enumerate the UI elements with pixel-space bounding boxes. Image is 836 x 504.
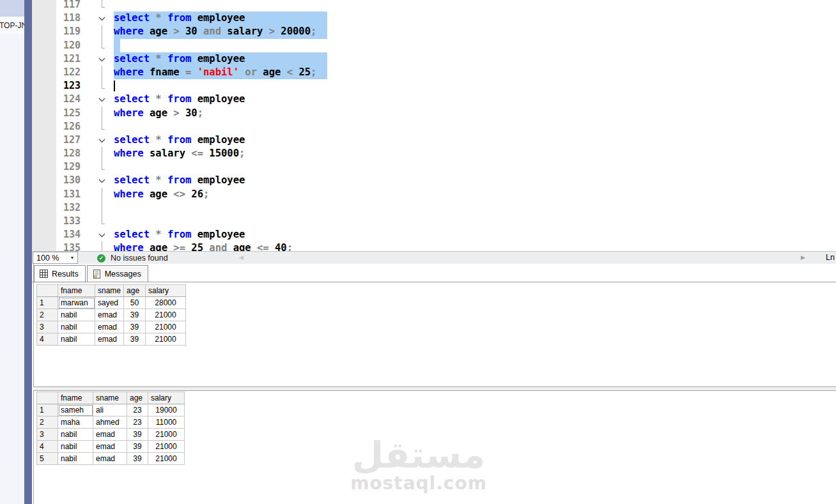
grid-cell[interactable]: 11000 xyxy=(148,416,185,429)
grid-row: 5nabilemad3921000 xyxy=(37,453,185,465)
grid-cell[interactable]: 39 xyxy=(127,429,148,441)
grid-cell[interactable]: 39 xyxy=(127,441,148,453)
grid-cell[interactable]: 21000 xyxy=(146,321,186,333)
zoom-level-dropdown[interactable]: 100 % ▼ xyxy=(33,252,78,264)
code-text: where fname = 'nabil' or age < 25; xyxy=(114,66,316,79)
grid-cell[interactable]: 21000 xyxy=(148,453,185,465)
grid-cell[interactable]: 21000 xyxy=(148,441,185,453)
editor-line-124[interactable]: 124select * from employee xyxy=(32,93,836,106)
row-header[interactable]: 4 xyxy=(37,333,58,346)
row-header-corner[interactable] xyxy=(37,285,58,297)
grid-cell[interactable]: 39 xyxy=(127,453,148,465)
grid-cell[interactable]: nabil xyxy=(58,429,93,441)
row-header-corner[interactable] xyxy=(37,392,58,404)
fold-collapse-icon[interactable] xyxy=(95,52,110,66)
grid-cell[interactable]: ali xyxy=(93,404,127,416)
column-header-salary[interactable]: salary xyxy=(148,392,185,404)
editor-line-131[interactable]: 131where age <> 26; xyxy=(32,188,836,201)
grid-cell[interactable]: emad xyxy=(95,309,124,321)
grid-cell[interactable]: nabil xyxy=(58,309,95,321)
grid-splitter[interactable] xyxy=(33,386,836,391)
tab-results[interactable]: Results xyxy=(34,265,86,282)
column-header-fname[interactable]: fname xyxy=(58,285,95,297)
grid-cell[interactable]: 21000 xyxy=(146,333,186,346)
grid-cell[interactable]: maha xyxy=(58,416,93,429)
code-text: select * from employee xyxy=(114,52,245,66)
server-name-label[interactable]: TOP-JN xyxy=(0,17,24,34)
editor-line-127[interactable]: 127select * from employee xyxy=(32,134,836,147)
grid-cell[interactable]: emad xyxy=(93,429,127,441)
editor-line-121[interactable]: 121select * from employee xyxy=(32,52,836,66)
fold-collapse-icon[interactable] xyxy=(95,93,110,106)
editor-line-126[interactable]: 126 xyxy=(32,120,836,134)
editor-line-122[interactable]: 122where fname = 'nabil' or age < 25; xyxy=(32,66,836,79)
row-header[interactable]: 2 xyxy=(37,309,58,321)
scroll-right-icon[interactable]: ▶ xyxy=(801,254,805,261)
grid-cell[interactable]: nabil xyxy=(58,441,93,453)
grid-cell[interactable]: nabil xyxy=(58,453,93,465)
grid-cell[interactable]: ahmed xyxy=(93,416,127,429)
editor-line-133[interactable]: 133 xyxy=(32,215,836,228)
editor-line-125[interactable]: 125where age > 30; xyxy=(32,107,836,120)
grid-cell[interactable]: emad xyxy=(95,333,124,346)
editor-line-132[interactable]: 132 xyxy=(32,201,836,215)
editor-line-130[interactable]: 130select * from employee xyxy=(32,174,836,187)
editor-line-134[interactable]: 134select * from employee xyxy=(32,228,836,241)
grid-cell[interactable]: nabil xyxy=(58,333,95,346)
editor-line-129[interactable]: 129 xyxy=(32,160,836,174)
editor-line-119[interactable]: 119where age > 30 and salary > 20000; xyxy=(32,25,836,38)
grid-cell[interactable]: 39 xyxy=(124,309,146,321)
grid-cell[interactable]: 39 xyxy=(124,321,146,333)
column-header-age[interactable]: age xyxy=(127,392,148,404)
row-header[interactable]: 2 xyxy=(37,416,58,429)
row-header[interactable]: 1 xyxy=(37,297,58,309)
row-header[interactable]: 5 xyxy=(37,453,58,465)
editor-line-118[interactable]: 118select * from employee xyxy=(32,11,836,25)
vertical-splitter[interactable] xyxy=(24,0,32,504)
fold-collapse-icon[interactable] xyxy=(95,134,110,147)
editor-line-128[interactable]: 128where salary <= 15000; xyxy=(32,147,836,160)
fold-collapse-icon[interactable] xyxy=(95,11,110,25)
tab-messages[interactable]: Messages xyxy=(87,265,148,282)
outline-guide xyxy=(95,188,110,201)
object-explorer-selected-item[interactable] xyxy=(0,0,24,17)
sql-editor[interactable]: 117118select * from employee119where age… xyxy=(32,0,836,251)
editor-line-135[interactable]: 135where age >= 25 and age <= 40; xyxy=(32,241,836,251)
editor-line-117[interactable]: 117 xyxy=(32,0,836,11)
grid-cell[interactable]: 19000 xyxy=(148,404,185,416)
column-header-age[interactable]: age xyxy=(124,285,146,297)
column-header-sname[interactable]: sname xyxy=(95,285,124,297)
grid-cell[interactable]: 21000 xyxy=(146,309,186,321)
outline-guide xyxy=(95,107,110,120)
editor-line-120[interactable]: 120 xyxy=(32,39,836,52)
grid-cell[interactable]: sameh xyxy=(58,404,93,416)
grid-cell[interactable]: nabil xyxy=(58,321,95,333)
object-explorer-panel: TOP-JN xyxy=(0,0,24,504)
grid-cell[interactable]: emad xyxy=(93,453,127,465)
grid-cell[interactable]: 23 xyxy=(127,404,148,416)
row-header[interactable]: 3 xyxy=(37,429,58,441)
fold-collapse-icon[interactable] xyxy=(95,228,110,241)
row-header[interactable]: 1 xyxy=(37,404,58,416)
column-header-salary[interactable]: salary xyxy=(146,285,186,297)
grid-cell[interactable]: 21000 xyxy=(148,429,185,441)
grid-cell[interactable]: 23 xyxy=(127,416,148,429)
grid-cell[interactable]: sayed xyxy=(95,297,124,309)
fold-collapse-icon[interactable] xyxy=(95,174,110,187)
grid-cell[interactable]: 50 xyxy=(124,297,146,309)
grid-cell[interactable]: marwan xyxy=(58,297,95,309)
grid-cell[interactable]: 39 xyxy=(124,333,146,346)
grid-cell[interactable]: emad xyxy=(95,321,124,333)
code-text: where age > 30 and salary > 20000; xyxy=(114,25,316,38)
grid-row: 3nabilemad3921000 xyxy=(37,429,185,441)
line-number: 127 xyxy=(56,134,81,147)
scroll-left-icon[interactable]: ◀ xyxy=(239,254,244,261)
editor-line-123[interactable]: 123 xyxy=(32,79,836,93)
row-header[interactable]: 4 xyxy=(37,441,58,453)
row-header[interactable]: 3 xyxy=(37,321,58,333)
grid-cell[interactable]: emad xyxy=(93,441,127,453)
result-grid-1-host: fnamesnameagesalary1marwansayed50280002n… xyxy=(36,284,186,346)
column-header-fname[interactable]: fname xyxy=(58,392,93,404)
column-header-sname[interactable]: sname xyxy=(93,392,127,404)
grid-cell[interactable]: 28000 xyxy=(146,297,186,309)
